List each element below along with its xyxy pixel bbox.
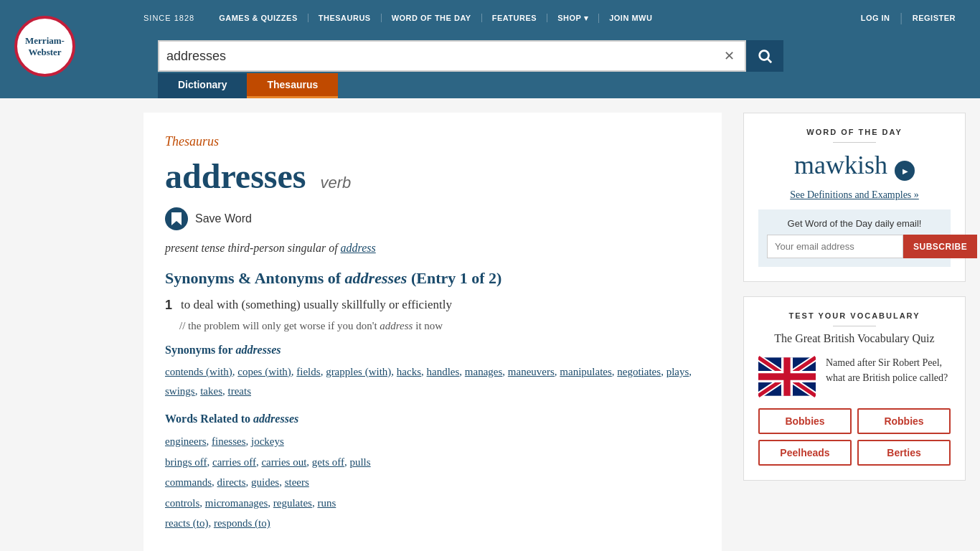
synonym-link[interactable]: negotiates bbox=[617, 366, 661, 377]
search-section: ✕ Dictionary Thesaurus bbox=[0, 36, 980, 98]
nav-links: GAMES & QUIZZES THESAURUS WORD OF THE DA… bbox=[209, 14, 851, 23]
since-label: SINCE 1828 bbox=[143, 14, 194, 22]
related-word-link[interactable]: runs bbox=[317, 497, 336, 509]
headword: addresses bbox=[165, 157, 306, 195]
present-tense-note: present tense third-person singular of a… bbox=[165, 242, 700, 255]
tab-dictionary[interactable]: Dictionary bbox=[158, 73, 247, 98]
entry-title: Synonyms & Antonyms of addresses (Entry … bbox=[165, 269, 700, 288]
bookmark-svg bbox=[171, 212, 182, 225]
email-input[interactable] bbox=[767, 235, 903, 258]
search-icon bbox=[757, 48, 773, 64]
related-word-link[interactable]: brings off bbox=[165, 456, 207, 468]
related-word-link[interactable]: responds (to) bbox=[214, 517, 270, 529]
related-word-link[interactable]: engineers bbox=[165, 435, 206, 447]
search-row: ✕ bbox=[158, 40, 966, 72]
top-nav-bar: SINCE 1828 GAMES & QUIZZES THESAURUS WOR… bbox=[0, 0, 980, 36]
synonyms-label: Synonyms for addresses bbox=[165, 344, 700, 357]
header: Merriam- Webster SINCE 1828 GAMES & QUIZ… bbox=[0, 0, 980, 98]
quiz-answer-button[interactable]: Bobbies bbox=[758, 408, 852, 434]
nav-thesaurus[interactable]: THESAURUS bbox=[308, 14, 382, 22]
wotd-see-link[interactable]: See Definitions and Examples » bbox=[790, 189, 919, 200]
synonym-link[interactable]: copes (with) bbox=[237, 366, 291, 377]
tab-thesaurus[interactable]: Thesaurus bbox=[247, 73, 338, 98]
related-list: engineers, finesses, jockeysbrings off, … bbox=[165, 431, 700, 534]
sense-number: 1 bbox=[165, 298, 172, 313]
related-word-link[interactable]: finesses bbox=[212, 435, 246, 447]
pos-label: verb bbox=[320, 174, 351, 192]
content-area: Thesaurus addresses verb Save Word prese… bbox=[143, 113, 722, 551]
nav-features[interactable]: FEATURES bbox=[482, 14, 547, 22]
related-word-link[interactable]: reacts (to) bbox=[165, 517, 208, 529]
quiz-answer-button[interactable]: Berties bbox=[857, 440, 951, 466]
email-label: Get Word of the Day daily email! bbox=[767, 218, 942, 229]
main-container: Thesaurus addresses verb Save Word prese… bbox=[0, 98, 980, 551]
synonym-link[interactable]: treats bbox=[228, 385, 251, 397]
logo-area[interactable]: Merriam- Webster bbox=[14, 0, 75, 77]
save-word-row: Save Word bbox=[165, 207, 700, 230]
synonym-link[interactable]: contends (with) bbox=[165, 366, 232, 377]
related-word-link[interactable]: pulls bbox=[349, 456, 370, 468]
synonym-link[interactable]: takes bbox=[200, 385, 222, 397]
bookmark-icon[interactable] bbox=[165, 207, 188, 230]
synonyms-list: contends (with), copes (with), fields, g… bbox=[165, 362, 700, 401]
related-word-link[interactable]: guides bbox=[251, 476, 279, 488]
nav-shop[interactable]: SHOP ▾ bbox=[547, 14, 599, 23]
login-link[interactable]: LOG IN bbox=[851, 14, 900, 22]
quiz-answer-button[interactable]: Robbies bbox=[857, 408, 951, 434]
quiz-answer-button[interactable]: Peelheads bbox=[758, 440, 852, 466]
related-word-link[interactable]: regulates bbox=[273, 497, 312, 509]
wotd-label: WORD OF THE DAY bbox=[758, 128, 951, 136]
search-button[interactable] bbox=[746, 40, 783, 72]
clear-button[interactable]: ✕ bbox=[721, 45, 738, 67]
related-word-link[interactable]: carries off bbox=[212, 456, 256, 468]
email-row: SUBSCRIBE bbox=[767, 235, 942, 258]
synonym-link[interactable]: plays bbox=[666, 366, 689, 377]
synonym-link[interactable]: manages bbox=[465, 366, 502, 377]
synonym-link[interactable]: swings bbox=[165, 385, 195, 397]
related-word-link[interactable]: commands bbox=[165, 476, 212, 488]
audio-icon[interactable] bbox=[895, 161, 915, 181]
synonym-link[interactable]: manipulates bbox=[560, 366, 611, 377]
uk-flag-image bbox=[758, 355, 816, 398]
subscribe-button[interactable]: SUBSCRIBE bbox=[903, 235, 977, 258]
nav-wotd[interactable]: WORD OF THE DAY bbox=[382, 14, 482, 22]
synonym-link[interactable]: handles bbox=[427, 366, 460, 377]
related-word-link[interactable]: jockeys bbox=[251, 435, 284, 447]
wotd-divider bbox=[833, 142, 876, 143]
logo[interactable]: Merriam- Webster bbox=[14, 16, 75, 77]
related-word-link[interactable]: steers bbox=[285, 476, 309, 488]
wotd-word-row: mawkish bbox=[758, 150, 951, 181]
search-input-wrap: ✕ bbox=[158, 40, 746, 72]
vocab-divider bbox=[833, 326, 876, 326]
auth-links: LOG IN | REGISTER bbox=[851, 11, 966, 24]
related-word-link[interactable]: directs bbox=[217, 476, 246, 488]
synonym-link[interactable]: grapples (with) bbox=[326, 366, 391, 377]
tab-row: Dictionary Thesaurus bbox=[158, 73, 966, 98]
wotd-email-section: Get Word of the Day daily email! SUBSCRI… bbox=[758, 209, 951, 267]
register-link[interactable]: REGISTER bbox=[903, 14, 966, 22]
wotd-box: WORD OF THE DAY mawkish See Definitions … bbox=[743, 113, 966, 282]
svg-point-0 bbox=[760, 51, 769, 60]
related-word-link[interactable]: micromanages bbox=[205, 497, 268, 509]
word-heading-row: addresses verb bbox=[165, 156, 700, 196]
sidebar: WORD OF THE DAY mawkish See Definitions … bbox=[743, 113, 966, 551]
logo-text: Merriam- Webster bbox=[25, 35, 65, 57]
example-sentence: // the problem will only get worse if yo… bbox=[179, 320, 700, 332]
related-word-link[interactable]: gets off bbox=[312, 456, 344, 468]
related-word-link[interactable]: controls bbox=[165, 497, 199, 509]
vocab-quiz-title: The Great British Vocabulary Quiz bbox=[758, 332, 951, 345]
nav-join[interactable]: JOIN MWU bbox=[599, 14, 662, 22]
nav-games[interactable]: GAMES & QUIZZES bbox=[209, 14, 308, 22]
sense-def: 1 to deal with (something) usually skill… bbox=[165, 298, 700, 313]
synonym-link[interactable]: maneuvers bbox=[508, 366, 555, 377]
thesaurus-section-label: Thesaurus bbox=[165, 134, 700, 149]
synonym-link[interactable]: hacks bbox=[397, 366, 421, 377]
quiz-answers: BobbiesRobbiesPeelheadsBerties bbox=[758, 408, 951, 466]
related-word-link[interactable]: carries out bbox=[261, 456, 306, 468]
save-word-label[interactable]: Save Word bbox=[195, 212, 252, 225]
vocab-box: TEST YOUR VOCABULARY The Great British V… bbox=[743, 296, 966, 481]
synonym-link[interactable]: fields bbox=[296, 366, 320, 377]
search-input[interactable] bbox=[166, 49, 721, 64]
svg-line-1 bbox=[768, 59, 771, 62]
address-link[interactable]: address bbox=[341, 242, 376, 254]
